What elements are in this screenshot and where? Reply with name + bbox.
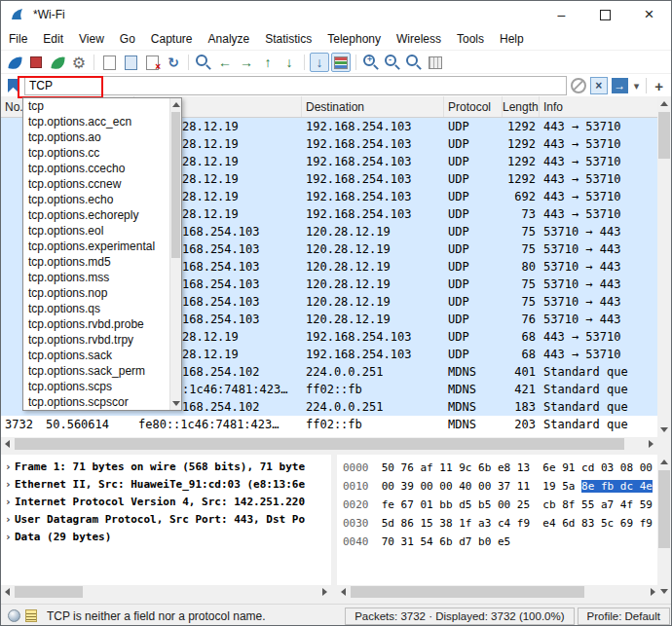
expert-info-icon[interactable]: [8, 609, 20, 622]
close-file-icon[interactable]: [142, 53, 162, 72]
filter-suggestion[interactable]: tcp.options.mss: [23, 270, 169, 285]
zoom-reset-icon[interactable]: [404, 53, 424, 72]
go-back-icon[interactable]: ←: [215, 53, 235, 72]
menu-capture[interactable]: Capture: [143, 29, 201, 49]
menu-view[interactable]: View: [71, 29, 112, 49]
expander-icon[interactable]: ›: [5, 529, 15, 546]
menu-telephony[interactable]: Telephony: [319, 29, 389, 49]
vscroll-thumb[interactable]: [171, 112, 180, 258]
menu-file[interactable]: File: [1, 29, 35, 49]
filter-suggestion[interactable]: tcp.options.experimental: [23, 239, 169, 254]
hex-line[interactable]: 0040 70 31 54 6b d7 b0 e5: [343, 533, 659, 551]
zoom-out-icon[interactable]: -: [383, 53, 402, 72]
filter-suggestion[interactable]: tcp.options.scps: [23, 379, 169, 394]
filter-suggestion[interactable]: tcp.options.scpscor: [23, 394, 169, 410]
vscroll-thumb[interactable]: [658, 112, 670, 159]
vscroll-thumb[interactable]: [658, 470, 670, 548]
expander-icon[interactable]: ›: [5, 476, 15, 494]
detail-line[interactable]: ›Ethernet II, Src: HuaweiTe_91:cd:03 (e8…: [1, 476, 331, 494]
scroll-down-icon[interactable]: [172, 401, 180, 406]
restart-capture-icon[interactable]: [48, 53, 67, 72]
filter-suggestion[interactable]: tcp.options.rvbd.trpy: [23, 332, 169, 348]
dropdown-scrollbar[interactable]: [169, 98, 181, 410]
save-file-icon[interactable]: [121, 53, 140, 72]
hscroll-thumb[interactable]: [15, 438, 624, 450]
filter-clear-button[interactable]: ×: [590, 77, 608, 94]
expander-icon[interactable]: ›: [5, 511, 15, 529]
start-capture-icon[interactable]: [5, 53, 24, 72]
column-header-protocol[interactable]: Protocol: [444, 96, 503, 117]
expander-icon[interactable]: ›: [5, 459, 15, 476]
menu-tools[interactable]: Tools: [449, 29, 492, 49]
scroll-right-icon[interactable]: [322, 588, 327, 596]
filter-suggestion[interactable]: tcp.options.sack: [23, 348, 169, 363]
scroll-left-icon[interactable]: [341, 588, 346, 596]
find-packet-icon[interactable]: [194, 53, 213, 72]
filter-history-chevron-icon[interactable]: ▾: [632, 80, 642, 92]
filter-suggestion[interactable]: tcp.options.nop: [23, 285, 169, 301]
hscroll-thumb[interactable]: [15, 586, 83, 598]
resize-columns-icon[interactable]: [426, 53, 445, 72]
detail-line[interactable]: ›User Datagram Protocol, Src Port: 443, …: [1, 511, 331, 529]
filter-bookmark-icon[interactable]: [8, 79, 19, 92]
hscroll-thumb[interactable]: [351, 586, 584, 598]
packet-row[interactable]: 373250.560614fe80::1c46:7481:423…ff02::f…: [1, 416, 659, 433]
open-file-icon[interactable]: [99, 53, 119, 72]
filter-suggestion[interactable]: tcp.options.sack_perm: [23, 363, 169, 379]
scroll-down-icon[interactable]: [660, 427, 668, 432]
detail-line[interactable]: ›Internet Protocol Version 4, Src: 142.2…: [1, 494, 331, 511]
menu-edit[interactable]: Edit: [35, 29, 71, 49]
scroll-down-icon[interactable]: [660, 589, 668, 594]
hex-line[interactable]: 0000 50 76 af 11 9c 6b e8 13 6e 91 cd 03…: [343, 459, 659, 477]
filter-suggestion[interactable]: tcp.options.echoreply: [23, 207, 169, 223]
capture-comment-icon[interactable]: [25, 609, 37, 622]
display-filter-input[interactable]: [24, 76, 567, 95]
menu-wireless[interactable]: Wireless: [389, 29, 449, 49]
packet-list-hscrollbar[interactable]: [1, 437, 672, 451]
column-header-destination[interactable]: Destination: [302, 96, 444, 117]
expander-icon[interactable]: ›: [5, 494, 15, 511]
packet-list-vscrollbar[interactable]: [657, 96, 671, 437]
hex-line[interactable]: 0010 00 39 00 00 40 00 37 11 19 5a 8e fb…: [343, 477, 659, 496]
scroll-up-icon[interactable]: [172, 102, 180, 107]
filter-suggestion[interactable]: tcp.options.ao: [23, 129, 169, 145]
details-hscrollbar[interactable]: [1, 585, 331, 599]
filter-suggestion[interactable]: tcp.options.rvbd.probe: [23, 316, 169, 332]
column-header-length[interactable]: Length: [503, 96, 540, 117]
colorize-icon[interactable]: [331, 53, 351, 72]
detail-line[interactable]: ›Frame 1: 71 bytes on wire (568 bits), 7…: [1, 459, 331, 476]
hex-line[interactable]: 0020 fe 67 01 bb d5 b5 00 25 cb 8f 55 a7…: [343, 496, 659, 514]
hex-line[interactable]: 0030 5d 86 15 38 1f a3 c4 f9 e4 6d 83 5c…: [343, 514, 659, 533]
menu-analyze[interactable]: Analyze: [201, 29, 258, 49]
detail-line[interactable]: ›Data (29 bytes): [1, 529, 331, 546]
filter-add-button[interactable]: +: [651, 78, 667, 94]
minimize-button[interactable]: –: [540, 1, 583, 28]
filter-suggestion[interactable]: tcp.options.ccnew: [23, 176, 169, 192]
filter-suggestion[interactable]: tcp.options.echo: [23, 192, 169, 207]
menu-help[interactable]: Help: [492, 29, 532, 49]
menu-statistics[interactable]: Statistics: [257, 29, 319, 49]
filter-suggestion[interactable]: tcp.options.cc: [23, 145, 169, 161]
profile-indicator[interactable]: Profile: Default: [578, 608, 670, 625]
filter-suggestion[interactable]: tcp.options.acc_ecn: [23, 114, 169, 129]
scroll-right-icon[interactable]: [651, 588, 655, 596]
scroll-up-icon[interactable]: [660, 101, 668, 106]
close-button[interactable]: ×: [627, 1, 671, 28]
scroll-up-icon[interactable]: [660, 460, 668, 464]
zoom-in-icon[interactable]: +: [361, 53, 381, 72]
reload-icon[interactable]: ↻: [164, 53, 183, 72]
hex-hscrollbar[interactable]: [337, 585, 659, 599]
hex-vscrollbar[interactable]: [657, 455, 671, 599]
filter-suggestion[interactable]: tcp.options.ccecho: [23, 161, 169, 176]
scroll-right-icon[interactable]: [649, 440, 653, 448]
menu-go[interactable]: Go: [112, 29, 143, 49]
column-header-info[interactable]: Info: [540, 96, 659, 117]
go-to-bottom-icon[interactable]: ↓: [280, 53, 299, 72]
filter-suggestion[interactable]: tcp: [23, 98, 169, 114]
scroll-left-icon[interactable]: [5, 440, 10, 448]
filter-apply-button[interactable]: →: [612, 78, 628, 93]
maximize-button[interactable]: [583, 1, 627, 28]
packet-counts[interactable]: Packets: 3732 · Displayed: 3732 (100.0%): [345, 608, 574, 625]
filter-suggestion[interactable]: tcp.options.eol: [23, 223, 169, 239]
capture-options-icon[interactable]: ⚙: [69, 53, 89, 72]
